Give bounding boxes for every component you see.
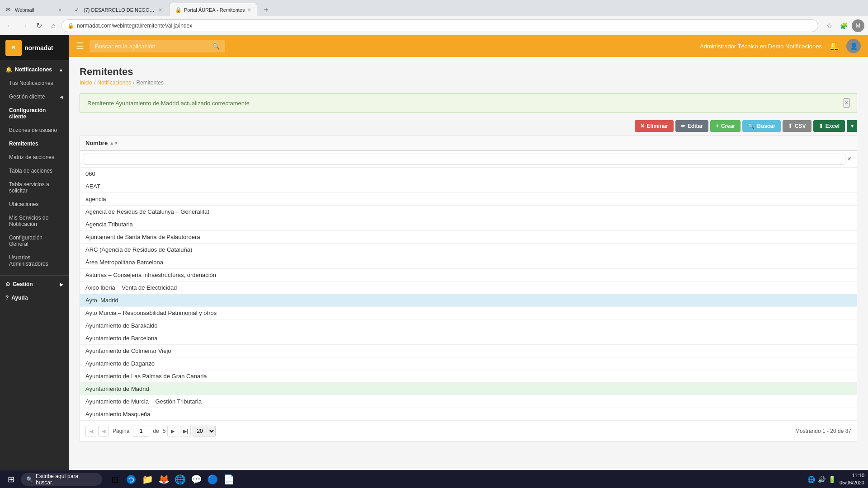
tab-webmail[interactable]: ✉ Webmail ×: [0, 3, 68, 16]
home-button[interactable]: ⌂: [47, 19, 60, 32]
sidebar-item-tabla-acciones[interactable]: Tabla de acciones: [0, 164, 69, 178]
buscar-button[interactable]: 🔍 Buscar: [742, 120, 781, 132]
table-row[interactable]: Ayuntamiento de Madrid: [80, 383, 857, 395]
sort-icon[interactable]: ▲▼: [109, 141, 118, 145]
excel-button[interactable]: ⬆ Excel: [813, 120, 845, 132]
sidebar-item-tus-notificaciones[interactable]: Tus Notificaciones: [0, 76, 69, 90]
taskbar-app-cortana[interactable]: ⊡: [108, 472, 122, 487]
table-row[interactable]: Agencia Tributaria: [80, 218, 857, 231]
sidebar-item-remitentes[interactable]: Remitentes: [0, 137, 69, 150]
crear-icon: +: [716, 123, 719, 129]
sidebar-item-usuarios-admin[interactable]: Usuarios Administradores: [0, 251, 69, 271]
sidebar-item-tabla-servicios[interactable]: Tabla servicios a solicitar: [0, 178, 69, 197]
table-row[interactable]: Ayuntamiento de Las Palmas de Gran Canar…: [80, 370, 857, 383]
table-row[interactable]: Ayuntamiento de Barcelona: [80, 332, 857, 345]
back-button[interactable]: ←: [4, 19, 16, 32]
alert-close-button[interactable]: ×: [844, 98, 849, 108]
taskbar-app-word[interactable]: 📄: [222, 472, 236, 487]
tab-webmail-close[interactable]: ×: [58, 6, 62, 14]
first-page-button[interactable]: |◀: [85, 426, 96, 436]
start-button[interactable]: ⊞: [4, 472, 18, 487]
main-area: ☰ Buscar en la aplicación 🔍 Administrado…: [69, 35, 868, 470]
next-page-button[interactable]: ▶: [167, 426, 178, 436]
star-icon[interactable]: ☆: [823, 19, 835, 32]
search-box[interactable]: Buscar en la aplicación 🔍: [90, 40, 225, 52]
top-header: ☰ Buscar en la aplicación 🔍 Administrado…: [69, 35, 868, 57]
prev-page-button[interactable]: ◀: [98, 426, 109, 436]
table-row[interactable]: Ayuntamiento de Colmenar Viejo: [80, 345, 857, 357]
taskbar-app-edge[interactable]: [124, 472, 138, 487]
taskbar-app-firefox[interactable]: 🦊: [156, 472, 171, 487]
page-size-select[interactable]: 10 20 50 100: [193, 426, 216, 436]
editar-button[interactable]: ✏ Editar: [675, 120, 708, 132]
last-page-button[interactable]: ▶|: [180, 426, 191, 436]
user-avatar[interactable]: 👤: [846, 39, 861, 53]
table-row[interactable]: 060: [80, 168, 857, 180]
eliminar-button[interactable]: ✕ Eliminar: [635, 120, 674, 132]
url-bar[interactable]: 🔒 normadat.com/webintegral/remitenteVali…: [61, 19, 818, 32]
breadcrumb-inicio[interactable]: Inicio: [80, 80, 92, 86]
table-row[interactable]: Axpo Iberia – Venta de Electricidad: [80, 282, 857, 294]
crear-button[interactable]: + Crear: [710, 120, 741, 132]
table-row[interactable]: AEAT: [80, 180, 857, 193]
csv-label: CSV: [795, 123, 806, 129]
table-row[interactable]: ARC (Agencia de Residuos de Cataluña): [80, 244, 857, 256]
forward-button[interactable]: →: [18, 19, 31, 32]
new-tab-button[interactable]: +: [260, 4, 273, 16]
table-row[interactable]: Ayuntamiento de Murcia – Gestión Tributa…: [80, 395, 857, 408]
tab-bar: ✉ Webmail × ✓ (7) DESARROLLO DE NEGOCIO …: [0, 0, 868, 16]
table-header: Nombre ▲▼: [80, 136, 857, 151]
table-row[interactable]: Área Metropolitana Barcelona: [80, 256, 857, 269]
table-row[interactable]: Ayuntamiento Masqueña: [80, 408, 857, 421]
table-row[interactable]: Ayuntamiento de Barakaldo: [80, 319, 857, 332]
table-row[interactable]: Ajuntament de Santa Maria de Palautorder…: [80, 231, 857, 244]
sidebar-group-gestion[interactable]: ⊙ Gestión ▶: [0, 277, 69, 291]
profile-icon[interactable]: M: [852, 19, 864, 32]
excel-dropdown-button[interactable]: ▾: [847, 120, 857, 132]
sidebar-item-ubicaciones[interactable]: Ubicaciones: [0, 197, 69, 211]
extensions-icon[interactable]: 🧩: [837, 19, 850, 32]
table-row[interactable]: Ayto Murcia – Responsabilidad Patrimonia…: [80, 307, 857, 319]
taskbar-app-explorer[interactable]: 📁: [140, 472, 155, 487]
sidebar-group-notificaciones[interactable]: 🔔 Notificaciones ▲: [0, 63, 69, 76]
table-row[interactable]: Ayuntamiento de Daganzo: [80, 357, 857, 370]
menu-button[interactable]: ☰: [76, 41, 84, 52]
tab-desarrollo[interactable]: ✓ (7) DESARROLLO DE NEGOCIO -... ×: [69, 3, 168, 16]
table-row[interactable]: Asturias – Consejería infraestructuras, …: [80, 269, 857, 282]
pagination-row: |◀ ◀ Página de 5 ▶ ▶| 10 20 50: [80, 421, 857, 441]
sidebar-item-config-cliente[interactable]: Configuración cliente: [0, 103, 69, 123]
logo-text: normadat: [24, 44, 53, 52]
csv-button[interactable]: ⬆ CSV: [783, 120, 811, 132]
sidebar-item-config-general[interactable]: Configuración General: [0, 231, 69, 251]
sidebar-item-gestion-cliente[interactable]: Gestión cliente ◀: [0, 90, 69, 103]
taskbar-app-chrome[interactable]: 🔵: [205, 472, 220, 487]
url-text: normadat.com/webintegral/remitenteValija…: [77, 23, 192, 29]
notification-bell[interactable]: 🔔: [829, 41, 839, 51]
tab-portal-close[interactable]: ×: [248, 6, 251, 14]
taskbar-app-edge2[interactable]: 🌐: [173, 472, 187, 487]
page-number-input[interactable]: [133, 426, 149, 436]
table-search-input[interactable]: [84, 154, 845, 164]
column-name-header: Nombre: [85, 140, 108, 146]
eliminar-label: Eliminar: [647, 123, 668, 129]
search-label: Buscar en la aplicación: [95, 43, 156, 50]
breadcrumb-notificaciones[interactable]: Notificaciones: [97, 80, 131, 86]
table-row[interactable]: Agència de Residus de Catalunya – Genera…: [80, 206, 857, 218]
table-row[interactable]: agencia: [80, 193, 857, 206]
sidebar-group-ayuda[interactable]: ? Ayuda: [0, 291, 69, 305]
tab-desarrollo-label: (7) DESARROLLO DE NEGOCIO -...: [84, 7, 156, 13]
tab-portal[interactable]: 🔒 Portal ÁUREA - Remitentes ×: [169, 3, 257, 16]
table-row[interactable]: Ayto. Madrid: [80, 294, 857, 307]
reload-button[interactable]: ↻: [33, 19, 45, 32]
table-search-clear[interactable]: ×: [845, 155, 853, 163]
sidebar-item-matriz[interactable]: Matriz de acciones: [0, 150, 69, 164]
config-general-label: Configuración General: [9, 235, 63, 247]
sidebar-item-mis-servicios[interactable]: Mis Servicios de Notificación: [0, 211, 69, 231]
tab-desarrollo-close[interactable]: ×: [159, 6, 162, 14]
gestion-icon: ⊙: [5, 281, 10, 287]
total-pages: 5: [163, 428, 166, 434]
taskbar-search[interactable]: 🔍 Escribe aquí para buscar.: [21, 473, 102, 486]
taskbar-app-skype[interactable]: 💬: [189, 472, 203, 487]
matriz-label: Matriz de acciones: [9, 154, 54, 160]
sidebar-item-buzones[interactable]: Buzones de usuario: [0, 123, 69, 137]
